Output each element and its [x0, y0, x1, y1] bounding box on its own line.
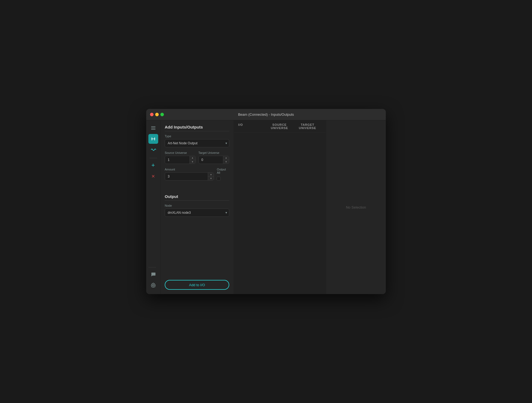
detail-panel: No Selection — [326, 120, 386, 294]
source-universe-increment[interactable]: ▲ — [190, 156, 195, 160]
amount-row: Amount ▲ ▼ Output All — [165, 168, 229, 184]
add-section: Add Inputs/Outputs Type Art-Net Node Out… — [165, 125, 229, 188]
add-io-button[interactable]: + — [148, 160, 158, 170]
universe-fields-row: Source Universe ▲ ▼ Target Universe — [165, 151, 229, 164]
amount-label: Amount — [165, 168, 214, 171]
sidebar-item-wave[interactable] — [148, 145, 158, 155]
target-universe-field-group: Target Universe ▲ ▼ — [198, 151, 230, 164]
main-content: + ✕ — [146, 120, 386, 294]
amount-decrement[interactable]: ▼ — [208, 177, 214, 181]
source-universe-field-group: Source Universe ▲ ▼ — [165, 151, 196, 164]
node-field-group: Node dmXLAN node3 dmXLAN node1 dmXLAN no… — [165, 204, 229, 217]
svg-rect-2 — [151, 129, 155, 130]
output-all-checkbox-wrapper — [217, 177, 229, 181]
target-universe-spinner: ▲ ▼ — [198, 156, 230, 164]
source-universe-spinner-buttons: ▲ ▼ — [189, 156, 195, 164]
minimize-button[interactable] — [155, 113, 159, 116]
sidebar-item-list[interactable] — [148, 123, 158, 133]
right-panel: I/O SOURCE UNIVERSE TARGET UNIVERSE — [234, 120, 326, 294]
amount-input[interactable] — [165, 172, 214, 181]
traffic-lights — [150, 113, 164, 116]
window-title: Beam (Connected) - Inputs/Outputs — [238, 112, 294, 117]
amount-field-group: Amount ▲ ▼ — [165, 168, 214, 181]
sidebar: + ✕ — [146, 120, 160, 294]
svg-rect-0 — [151, 126, 155, 127]
sidebar-divider-top — [149, 158, 157, 158]
target-universe-decrement[interactable]: ▼ — [223, 160, 229, 164]
output-section: Output Node dmXLAN node3 dmXLAN node1 dm… — [165, 194, 229, 221]
target-universe-increment[interactable]: ▲ — [223, 156, 229, 160]
col-header-source: SOURCE UNIVERSE — [265, 123, 293, 130]
sidebar-bottom — [148, 265, 158, 291]
add-section-title: Add Inputs/Outputs — [165, 125, 229, 131]
node-select-wrapper: dmXLAN node3 dmXLAN node1 dmXLAN node2 ▾ — [165, 209, 229, 217]
add-to-io-button[interactable]: Add to I/O — [165, 280, 229, 290]
maximize-button[interactable] — [160, 113, 164, 116]
table-header: I/O SOURCE UNIVERSE TARGET UNIVERSE — [234, 120, 326, 133]
output-all-checkbox[interactable] — [217, 177, 221, 181]
app-window: Beam (Connected) - Inputs/Outputs — [146, 109, 386, 294]
left-panel: Add Inputs/Outputs Type Art-Net Node Out… — [160, 120, 234, 294]
node-label: Node — [165, 204, 229, 207]
output-section-title: Output — [165, 194, 229, 201]
type-select-wrapper: Art-Net Node Output Art-Net Node Input s… — [165, 139, 229, 147]
sidebar-divider-bottom — [148, 267, 156, 267]
target-universe-label: Target Universe — [198, 151, 230, 154]
svg-point-4 — [154, 138, 155, 139]
sidebar-item-settings[interactable] — [148, 280, 158, 290]
amount-spinner-buttons: ▲ ▼ — [208, 173, 214, 180]
svg-point-3 — [151, 138, 152, 139]
output-all-label: Output All — [217, 168, 229, 174]
source-universe-label: Source Universe — [165, 151, 196, 154]
node-select[interactable]: dmXLAN node3 dmXLAN node1 dmXLAN node2 — [165, 209, 229, 217]
titlebar: Beam (Connected) - Inputs/Outputs — [146, 109, 386, 120]
amount-spinner: ▲ ▼ — [165, 172, 214, 181]
source-universe-decrement[interactable]: ▼ — [190, 160, 195, 164]
type-field-group: Type Art-Net Node Output Art-Net Node In… — [165, 135, 229, 147]
type-select[interactable]: Art-Net Node Output Art-Net Node Input s… — [165, 139, 229, 147]
svg-rect-1 — [151, 128, 155, 128]
output-all-group: Output All — [217, 168, 229, 184]
sidebar-item-chat[interactable] — [148, 270, 158, 279]
table-body — [234, 133, 326, 294]
close-button[interactable] — [150, 113, 154, 116]
type-label: Type — [165, 135, 229, 138]
col-header-target: TARGET UNIVERSE — [293, 123, 322, 130]
target-universe-spinner-buttons: ▲ ▼ — [223, 156, 229, 164]
no-selection-label: No Selection — [346, 205, 366, 209]
sidebar-item-io[interactable] — [148, 134, 158, 144]
remove-io-button[interactable]: ✕ — [148, 171, 158, 181]
amount-increment[interactable]: ▲ — [208, 173, 214, 177]
source-universe-spinner: ▲ ▼ — [165, 156, 196, 164]
col-header-io: I/O — [238, 123, 265, 130]
